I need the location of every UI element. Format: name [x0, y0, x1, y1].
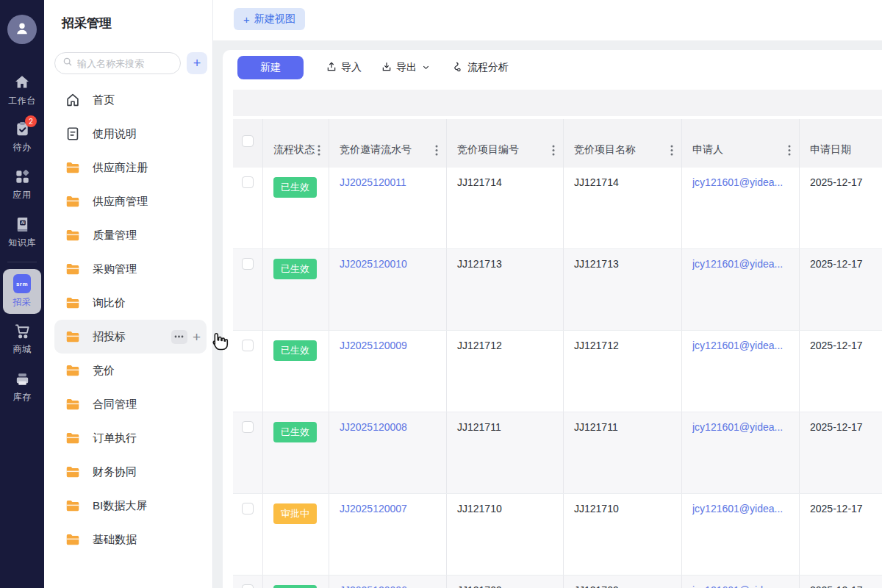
rail-item-inventory[interactable]: 库存	[0, 370, 44, 404]
folder-icon	[65, 295, 81, 311]
applicant-link[interactable]: jcy121601@yidea...	[692, 340, 783, 351]
sidebar-item-6[interactable]: 采购管理	[54, 252, 207, 286]
serial-link[interactable]: JJ2025120010	[340, 258, 407, 270]
row-checkbox[interactable]	[242, 176, 254, 188]
serial-link[interactable]: JJ2025120009	[340, 340, 407, 351]
create-button[interactable]: 新建	[237, 56, 304, 79]
date-value: 2025-12-17	[810, 340, 863, 351]
table-row: 已生效JJ2025120011JJ121714JJ121714jcy121601…	[233, 168, 882, 249]
name-value: JJ121711	[574, 421, 618, 433]
serial-link[interactable]: JJ2025120007	[340, 503, 407, 514]
column-menu-icon[interactable]	[435, 145, 438, 158]
table-row: 已生效JJ2025120006JJ121709JJ121709jcy121601…	[233, 576, 882, 588]
rail-item-todo[interactable]: 2待办	[0, 120, 44, 154]
sidebar-item-7[interactable]: 询比价	[54, 286, 207, 320]
cell-name: JJ121711	[564, 412, 682, 493]
page-title: 招采管理	[62, 15, 112, 32]
rail-item-knowledge[interactable]: AI知识库	[0, 215, 44, 249]
export-button[interactable]: 导出	[381, 61, 430, 75]
applicant-link[interactable]: jcy121601@yidea...	[692, 503, 783, 514]
applicant-link[interactable]: jcy121601@yidea...	[692, 421, 783, 433]
sidebar-item-14[interactable]: 基础数据	[54, 523, 207, 556]
row-checkbox[interactable]	[242, 421, 254, 433]
cell-applicant: jcy121601@yidea...	[682, 168, 800, 248]
sidebar-item-8[interactable]: 招投标+	[54, 320, 207, 354]
applicant-link[interactable]: jcy121601@yidea...	[692, 176, 783, 188]
folder-icon	[65, 159, 81, 176]
download-icon	[381, 61, 392, 75]
table-row: 审批中JJ2025120007JJ121710JJ121710jcy121601…	[233, 494, 882, 576]
sidebar-item-4[interactable]: 供应商管理	[54, 184, 207, 218]
rail-item-label: 待办	[13, 141, 32, 154]
sidebar-item-label: 招投标	[93, 330, 126, 344]
applicant-link[interactable]: jcy121601@yidea...	[692, 584, 783, 588]
sidebar-item-10[interactable]: 合同管理	[54, 387, 207, 421]
row-checkbox[interactable]	[242, 584, 254, 588]
sidebar-item-11[interactable]: 订单执行	[54, 421, 207, 455]
new-view-button[interactable]: + 新建视图	[234, 8, 305, 30]
sidebar-item-1[interactable]: 首页	[54, 83, 207, 117]
import-label: 导入	[341, 61, 362, 74]
name-value: JJ121714	[574, 176, 619, 188]
column-menu-icon[interactable]	[670, 145, 673, 158]
rail-item-workbench[interactable]: 工作台	[0, 74, 44, 107]
sidebar: 招采管理 + 首页使用说明供应商注册供应商管理质量管理采购管理询比价招投标+竞价…	[44, 0, 213, 588]
row-checkbox[interactable]	[242, 258, 254, 270]
item-add-button[interactable]: +	[193, 330, 201, 344]
sidebar-item-5[interactable]: 质量管理	[54, 218, 207, 252]
row-checkbox[interactable]	[242, 340, 254, 351]
rail-item-label: 应用	[13, 189, 32, 201]
srm-tile-icon: srm	[13, 275, 31, 293]
cell-serial: JJ2025120011	[329, 168, 447, 248]
cell-serial: JJ2025120009	[329, 331, 447, 412]
applicant-link[interactable]: jcy121601@yidea...	[692, 258, 783, 270]
row-checkbox[interactable]	[242, 503, 254, 514]
cell-date: 2025-12-17	[800, 494, 882, 575]
export-label: 导出	[396, 61, 417, 74]
rail-item-label: 商城	[13, 343, 32, 356]
sidebar-item-13[interactable]: BI数据大屏	[54, 489, 207, 523]
code-value: JJ121710	[457, 503, 502, 514]
grid-icon	[13, 168, 31, 185]
flow-analysis-button[interactable]: 流程分析	[452, 61, 509, 75]
search-input[interactable]	[77, 58, 173, 69]
rail-item-mall[interactable]: 商城	[0, 322, 44, 356]
folder-icon	[65, 193, 81, 209]
date-value: 2025-12-17	[810, 176, 863, 188]
column-header-label: 竞价邀请流水号	[340, 143, 412, 157]
column-header-label: 申请日期	[810, 143, 851, 157]
sidebar-item-label: 使用说明	[93, 127, 137, 141]
table-row: 已生效JJ2025120009JJ121712JJ121712jcy121601…	[233, 331, 882, 412]
code-value: JJ121712	[457, 340, 502, 351]
rail-item-apps[interactable]: 应用	[0, 168, 44, 201]
sidebar-item-12[interactable]: 财务协同	[54, 455, 207, 489]
column-header-applicant: 申请人	[682, 119, 800, 168]
serial-link[interactable]: JJ2025120006	[340, 584, 407, 588]
rail-item-zhaocai[interactable]: srm招采	[3, 269, 41, 314]
column-menu-icon[interactable]	[788, 145, 791, 158]
column-menu-icon[interactable]	[552, 145, 555, 158]
item-more-button[interactable]	[171, 330, 187, 344]
code-value: JJ121714	[457, 176, 502, 188]
todo-count-badge: 2	[25, 115, 37, 127]
sidebar-item-3[interactable]: 供应商注册	[54, 151, 207, 184]
add-menu-button[interactable]: +	[187, 52, 207, 74]
sidebar-item-9[interactable]: 竞价	[54, 354, 207, 387]
view-tabs-bar: + 新建视图	[213, 0, 882, 40]
user-avatar[interactable]	[7, 15, 37, 44]
printer-icon	[13, 370, 31, 387]
doc-icon	[65, 126, 81, 142]
cell-serial: JJ2025120008	[329, 412, 447, 493]
column-header-label: 申请人	[692, 143, 723, 157]
column-menu-icon[interactable]	[318, 145, 320, 158]
nav-rail: 工作台2待办应用AI知识库srm招采商城库存	[0, 0, 44, 588]
rail-item-label: 知识库	[8, 237, 36, 249]
serial-link[interactable]: JJ2025120008	[340, 421, 407, 433]
import-button[interactable]: 导入	[326, 61, 362, 75]
sidebar-item-label: BI数据大屏	[93, 499, 147, 513]
select-all-checkbox[interactable]	[242, 135, 254, 147]
sidebar-item-2[interactable]: 使用说明	[54, 117, 207, 151]
cell-date: 2025-12-17	[800, 249, 882, 330]
serial-link[interactable]: JJ2025120011	[340, 176, 406, 188]
column-header-label: 竞价项目名称	[574, 143, 636, 157]
